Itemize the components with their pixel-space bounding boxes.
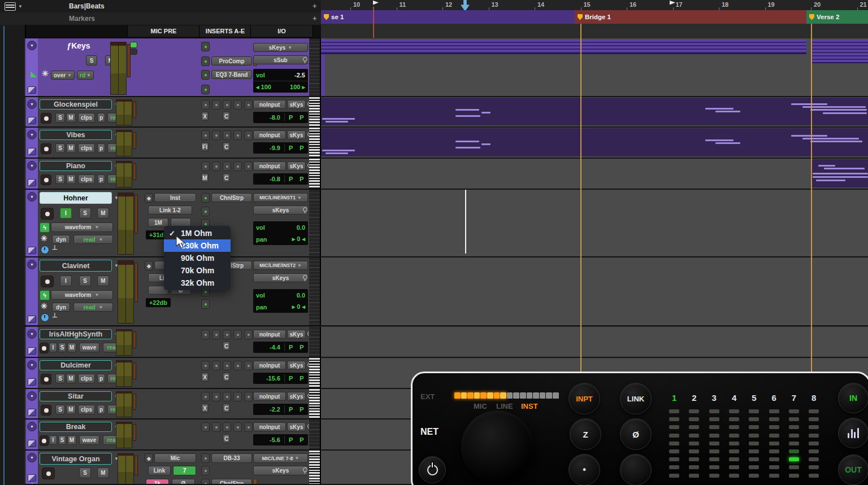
ruler-caret-icon[interactable]: ▼ [18, 4, 23, 9]
record-enable-button[interactable] [41, 208, 54, 220]
lane-ruler-strip[interactable] [309, 190, 321, 256]
record-enable-button[interactable] [41, 374, 51, 384]
insert-slot[interactable] [223, 330, 231, 339]
output-selector[interactable]: sKys [287, 361, 306, 370]
mini-keyboard-strip[interactable] [309, 97, 321, 126]
meters-button[interactable] [838, 418, 868, 448]
out-button[interactable]: OUT [838, 455, 868, 485]
insert-slot[interactable] [223, 100, 231, 110]
insert-slot[interactable] [201, 330, 210, 339]
micpre-source-icon[interactable]: ◆ [145, 261, 153, 270]
automation-mode-selector[interactable]: read▼ [73, 235, 113, 244]
clips-list-button[interactable]: clps [78, 113, 95, 123]
volume-pan-display[interactable]: -9.9PP [253, 142, 308, 154]
add-ruler-button[interactable]: + [313, 0, 317, 12]
clip-effects-icon[interactable] [28, 347, 36, 355]
elastic-plugin-icon[interactable]: ✳ [41, 234, 47, 243]
insert-slot[interactable] [212, 130, 220, 140]
micpre-gain-display[interactable]: +22db [146, 298, 171, 307]
output-selector[interactable]: sKeys▼ [253, 43, 308, 52]
insert-slot[interactable] [201, 70, 210, 80]
playlist-button[interactable]: p [97, 143, 105, 153]
link-button[interactable]: LINK [620, 383, 652, 414]
insert-plugin-mini[interactable]: C [223, 112, 230, 121]
solo-button[interactable]: S [79, 467, 91, 478]
output-selector[interactable]: sKys [287, 100, 306, 109]
input-selector[interactable]: noInput [253, 422, 286, 431]
output-selector[interactable]: sKys [287, 330, 306, 339]
insert-slot[interactable] [233, 361, 242, 370]
record-enable-button[interactable] [40, 435, 49, 446]
markers-lane[interactable]: se 1Bridge 1Verse 2 [321, 10, 868, 24]
insert-slot[interactable] [244, 422, 253, 432]
input-selector[interactable]: noInput [253, 130, 286, 139]
marker-region[interactable]: Verse 2 [806, 10, 868, 24]
menu-item-1m-ohm[interactable]: 1M Ohm✓ [164, 227, 231, 239]
menu-item-32k-ohm[interactable]: 32k Ohm [164, 277, 231, 289]
playlist-button[interactable]: p [97, 113, 105, 123]
insert-slot[interactable] [201, 56, 210, 66]
volume-pan-display[interactable]: -8.0PP [253, 112, 308, 123]
insert-slot[interactable] [212, 330, 220, 339]
insert-slot[interactable] [212, 422, 220, 432]
mini-keyboard-strip[interactable] [309, 128, 321, 158]
insert-slot[interactable] [212, 100, 220, 110]
insert-slot[interactable] [244, 392, 253, 401]
mute-button[interactable]: M [66, 113, 76, 123]
insert-plugin-mini[interactable]: C [223, 173, 230, 182]
insert-slot[interactable] [223, 392, 231, 401]
midi-clip[interactable] [321, 98, 868, 125]
mute-button[interactable]: M [67, 343, 76, 352]
track-disclosure-button[interactable]: ▼ [27, 391, 37, 401]
playlist-button[interactable]: p [97, 405, 105, 414]
output-selector[interactable]: sKeys [253, 273, 308, 282]
marker-region[interactable]: Bridge 1 [575, 10, 806, 24]
lane-ruler-strip[interactable] [309, 38, 321, 96]
clip-effects-icon[interactable] [28, 409, 36, 416]
output-selector[interactable]: sKys [287, 392, 306, 401]
impedance-button[interactable]: Z [570, 418, 601, 450]
timebase-icon[interactable] [31, 71, 37, 77]
track-disclosure-button[interactable]: ▼ [27, 329, 37, 339]
track-lane-piano[interactable] [321, 159, 868, 190]
phantom-mic-icon[interactable] [303, 467, 307, 472]
input-selector[interactable]: noInput [253, 100, 286, 109]
elastic-audio-selector[interactable]: dyn [52, 303, 70, 312]
insert-slot[interactable] [244, 130, 253, 140]
insert-slot[interactable] [201, 392, 210, 401]
track-view-selector[interactable]: waveform▼ [51, 290, 113, 300]
elastic-audio-icon[interactable]: ϟ [40, 222, 50, 233]
insert-slot[interactable] [201, 100, 210, 110]
menu-item-90k-ohm[interactable]: 90k Ohm [164, 252, 231, 264]
insert-slot[interactable] [233, 392, 242, 401]
volume-pan-display[interactable]: -4.4PP [253, 342, 308, 353]
mute-button[interactable]: M [97, 467, 109, 478]
audio-clip-overview[interactable] [321, 40, 806, 54]
mini-keyboard-strip[interactable] [309, 389, 321, 418]
record-enable-button[interactable] [42, 467, 55, 479]
input-selector[interactable]: noInput [253, 392, 286, 401]
elastic-audio-icon[interactable]: ϟ [40, 290, 50, 300]
micpre-link-button[interactable]: Link 1-2 [148, 206, 192, 215]
volume-pan-display[interactable]: vol-2.5◂ 100100 ▸ [253, 69, 308, 93]
elastic-audio-selector[interactable]: dyn [52, 235, 70, 244]
track-name[interactable]: Glockenspiel [40, 99, 112, 110]
track-name[interactable]: Clavinet [40, 260, 112, 272]
menu-item-230k-ohm[interactable]: 230k Ohm [164, 239, 231, 252]
insert-slot[interactable] [223, 161, 231, 171]
lane-ruler-strip[interactable] [309, 420, 321, 449]
clip-effects-icon[interactable] [28, 86, 36, 94]
output-selector[interactable]: sKeys [253, 206, 308, 215]
waveform-view-selector[interactable]: wave [79, 435, 99, 445]
ruler-list-icon[interactable] [5, 2, 16, 11]
insert-slot[interactable] [201, 42, 210, 51]
insert-plugin-mini[interactable]: C [223, 404, 230, 413]
playlist-selector[interactable]: over▼ [51, 71, 75, 80]
track-disclosure-button[interactable]: ▼ [27, 41, 37, 50]
track-disclosure-button[interactable]: ▼ [27, 99, 37, 109]
output-selector[interactable]: sKys [287, 130, 306, 139]
audio-clip-overview[interactable] [811, 40, 868, 63]
playlist-button[interactable]: p [97, 374, 105, 383]
insert-slot[interactable] [201, 161, 210, 171]
mute-button[interactable]: M [97, 276, 109, 286]
